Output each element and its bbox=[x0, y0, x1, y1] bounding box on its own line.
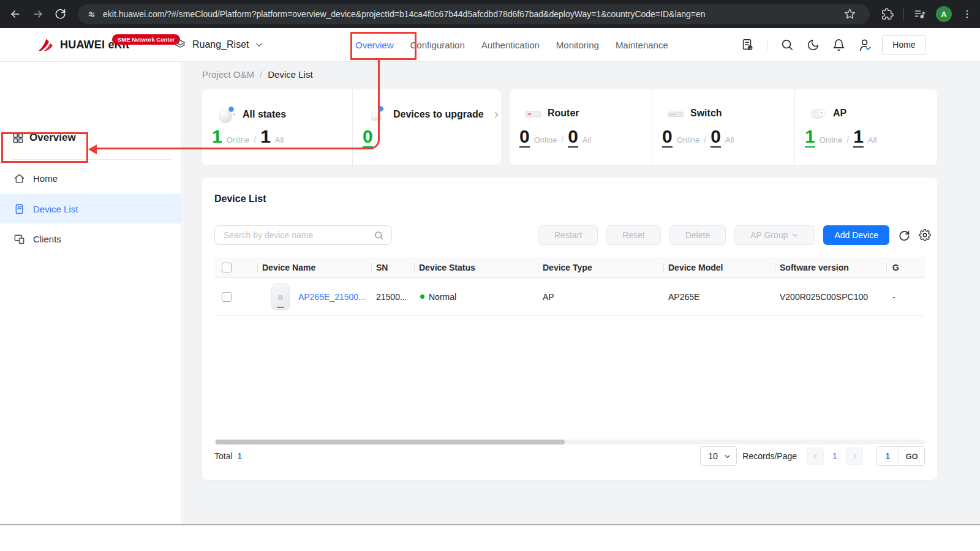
router-icon bbox=[524, 104, 543, 122]
device-list-panel: Device List Restart Reset Delete AP Grou… bbox=[202, 178, 937, 480]
site-info-icon[interactable] bbox=[86, 9, 97, 20]
column-header-group: G bbox=[886, 257, 925, 277]
column-header-sn: SN bbox=[371, 257, 414, 277]
upgrade-count[interactable]: 0 bbox=[363, 127, 373, 148]
panel-title: Device List bbox=[214, 193, 266, 204]
scrollbar-thumb[interactable] bbox=[216, 440, 565, 444]
sidebar-item-clients[interactable]: Clients bbox=[0, 224, 182, 253]
goto-page-input[interactable] bbox=[877, 447, 899, 465]
ap-icon bbox=[810, 104, 828, 122]
address-bar[interactable]: ekit.huawei.com/?#/smeCloud/Platform?pla… bbox=[78, 4, 870, 24]
sidebar-item-home[interactable]: Home bbox=[0, 163, 182, 193]
devices-to-upgrade-section[interactable]: Devices to upgrade 0 bbox=[352, 89, 501, 165]
online-count[interactable]: 0 bbox=[662, 127, 673, 148]
restart-button[interactable]: Restart bbox=[538, 225, 598, 245]
chevron-down-icon bbox=[255, 40, 263, 49]
settings-gear-icon[interactable] bbox=[919, 229, 931, 241]
device-search bbox=[214, 225, 392, 245]
table-header: Device Name SN Device Status Device Type… bbox=[214, 257, 925, 278]
breadcrumb-current: Device List bbox=[268, 69, 312, 80]
horizontal-scrollbar bbox=[214, 440, 925, 444]
search-input[interactable] bbox=[215, 230, 374, 240]
project-switcher[interactable]: Ruang_Riset bbox=[173, 28, 263, 61]
ap-section: AP 1 Online / 1 All bbox=[794, 89, 937, 165]
dark-mode-moon-icon[interactable] bbox=[807, 39, 820, 51]
browser-toolbar: ekit.huawei.com/?#/smeCloud/Platform?pla… bbox=[0, 0, 980, 28]
device-group: - bbox=[886, 278, 925, 315]
nav-tab-maintenance[interactable]: Maintenance bbox=[616, 40, 668, 50]
browser-profile-avatar[interactable]: A bbox=[936, 6, 952, 22]
browser-reload-icon[interactable] bbox=[55, 8, 67, 20]
device-name-link[interactable]: AP265E_21500... bbox=[298, 292, 366, 302]
table-actions: Restart Reset Delete AP Group Add Device bbox=[538, 225, 931, 245]
nav-tab-configuration[interactable]: Configuration bbox=[410, 40, 465, 50]
sme-network-center-badge: SME Network Center bbox=[112, 34, 180, 45]
media-controls-icon[interactable] bbox=[914, 8, 926, 20]
online-count[interactable]: 1 bbox=[212, 127, 222, 146]
toolbar-divider bbox=[903, 8, 904, 20]
url-text[interactable]: ekit.huawei.com/?#/smeCloud/Platform?pla… bbox=[103, 9, 706, 19]
sidebar-item-label: Home bbox=[33, 173, 58, 184]
layers-icon bbox=[173, 38, 187, 51]
online-count[interactable]: 0 bbox=[519, 127, 530, 148]
upgrade-icon bbox=[368, 104, 388, 125]
add-device-button[interactable]: Add Device bbox=[823, 225, 889, 245]
search-icon[interactable] bbox=[374, 230, 384, 241]
column-header-software-version: Software version bbox=[775, 257, 886, 277]
user-account-icon[interactable] bbox=[858, 38, 872, 52]
row-checkbox[interactable] bbox=[222, 292, 232, 302]
column-header-device-type: Device Type bbox=[538, 257, 663, 277]
all-count[interactable]: 0 bbox=[710, 127, 721, 148]
sidebar-title: Overview bbox=[12, 132, 76, 144]
device-type: AP bbox=[538, 278, 663, 315]
stat-title: All states bbox=[243, 109, 286, 120]
browser-back-icon[interactable] bbox=[9, 8, 21, 20]
main-content: Project O&M / Device List All states 1 O… bbox=[183, 62, 980, 524]
report-icon[interactable] bbox=[741, 38, 754, 51]
switch-section: Switch 0 Online / 0 All bbox=[652, 89, 794, 165]
refresh-icon[interactable] bbox=[898, 229, 910, 241]
device-type-summary-card: Router 0 Online / 0 All Switch 0 Online … bbox=[510, 89, 937, 165]
header-divider bbox=[767, 38, 767, 51]
reset-button[interactable]: Reset bbox=[606, 225, 661, 245]
all-count[interactable]: 1 bbox=[260, 127, 271, 146]
delete-button[interactable]: Delete bbox=[669, 225, 726, 245]
chevron-down-icon bbox=[791, 231, 799, 239]
browser-forward-icon[interactable] bbox=[32, 8, 44, 20]
nav-tab-overview[interactable]: Overview bbox=[355, 40, 394, 50]
table-row: AP265E_21500... 21500... Normal AP AP265… bbox=[214, 278, 925, 316]
pagination: 10 Records/Page 1 GO bbox=[700, 446, 925, 466]
nav-tab-monitoring[interactable]: Monitoring bbox=[556, 40, 599, 50]
sidebar: Overview Home Device List Clients bbox=[0, 62, 182, 524]
select-all-checkbox[interactable] bbox=[222, 263, 232, 272]
column-header-device-model: Device Model bbox=[663, 257, 775, 277]
grid-icon bbox=[12, 132, 24, 144]
search-icon[interactable] bbox=[780, 38, 794, 51]
home-button[interactable]: Home bbox=[882, 35, 926, 54]
nav-tab-authentication[interactable]: Authentication bbox=[481, 40, 540, 50]
huawei-logo bbox=[37, 37, 55, 53]
extensions-icon[interactable] bbox=[881, 8, 894, 20]
all-count[interactable]: 0 bbox=[568, 127, 578, 148]
router-section: Router 0 Online / 0 All bbox=[510, 89, 652, 165]
prev-page-button[interactable] bbox=[807, 448, 824, 465]
notifications-bell-icon[interactable] bbox=[832, 39, 845, 51]
stat-title: Switch bbox=[690, 108, 722, 119]
sidebar-item-device-list[interactable]: Device List bbox=[0, 194, 182, 223]
all-count[interactable]: 1 bbox=[853, 127, 864, 148]
browser-menu-icon[interactable] bbox=[962, 9, 973, 20]
current-page[interactable]: 1 bbox=[824, 451, 846, 461]
online-count[interactable]: 1 bbox=[805, 127, 815, 148]
all-states-section: All states 1 Online / 1 All bbox=[202, 89, 352, 165]
brand[interactable]: HUAWEI eKit bbox=[37, 28, 129, 61]
breadcrumb-parent[interactable]: Project O&M bbox=[202, 69, 254, 80]
go-button[interactable]: GO bbox=[899, 447, 924, 465]
device-model: AP265E bbox=[663, 278, 775, 315]
page-size-select[interactable]: 10 bbox=[700, 446, 737, 466]
main-nav: Overview Configuration Authentication Mo… bbox=[355, 28, 668, 61]
next-page-button[interactable] bbox=[846, 448, 863, 465]
bookmark-star-icon[interactable] bbox=[844, 8, 856, 20]
sidebar-item-label: Device List bbox=[33, 204, 78, 214]
all-states-icon bbox=[217, 104, 238, 125]
ap-group-button[interactable]: AP Group bbox=[734, 225, 815, 245]
